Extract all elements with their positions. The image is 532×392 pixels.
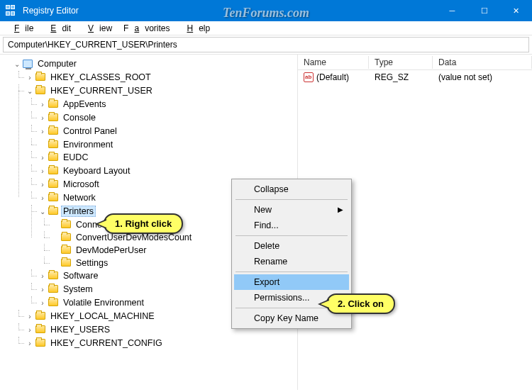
list-header: Name Type Data xyxy=(298,55,532,70)
tree-node[interactable]: System xyxy=(61,284,95,295)
tree-node[interactable]: Keyboard Layout xyxy=(61,165,133,177)
folder-icon xyxy=(48,271,58,279)
expander-icon[interactable]: › xyxy=(38,152,47,164)
expander-icon[interactable]: ⌄ xyxy=(26,85,34,98)
callout-2: 2. Click on xyxy=(326,293,395,314)
tree-node-hklm[interactable]: HKEY_LOCAL_MACHINE xyxy=(48,310,157,322)
folder-icon xyxy=(48,298,58,306)
menu-file[interactable]: File xyxy=(3,23,39,34)
tree-node[interactable]: Volatile Environment xyxy=(61,297,146,308)
close-button[interactable]: ✕ xyxy=(500,0,532,21)
folder-icon xyxy=(48,207,58,215)
callout-1: 1. Right click xyxy=(104,213,183,234)
folder-icon xyxy=(35,325,45,333)
tree-node-printers[interactable]: Printers xyxy=(61,206,96,217)
menu-find[interactable]: Find... xyxy=(234,218,349,233)
expander-icon[interactable]: › xyxy=(38,165,47,178)
folder-icon xyxy=(61,259,71,267)
value-type: REG_SZ xyxy=(369,71,433,84)
folder-icon xyxy=(48,167,58,174)
expander-icon[interactable]: › xyxy=(38,270,47,283)
minimize-button[interactable]: ─ xyxy=(436,0,468,21)
tree-node[interactable]: Settings xyxy=(74,257,110,269)
tree-node[interactable]: Network xyxy=(61,192,98,203)
tree-node[interactable]: Control Panel xyxy=(61,125,119,137)
tree-node-hkcr[interactable]: HKEY_CLASSES_ROOT xyxy=(48,72,153,83)
folder-icon xyxy=(61,233,71,241)
tree-node[interactable]: EUDC xyxy=(61,152,90,163)
menu-favorites[interactable]: Favorites xyxy=(118,23,175,34)
app-icon xyxy=(6,5,17,16)
tree-node[interactable]: Software xyxy=(61,270,100,281)
tree-node[interactable]: AppEvents xyxy=(61,99,108,110)
folder-icon xyxy=(48,285,58,293)
expander-icon[interactable]: ⌄ xyxy=(13,58,21,71)
col-type[interactable]: Type xyxy=(369,56,433,69)
folder-icon xyxy=(35,339,45,347)
value-name: (Default) xyxy=(316,72,349,82)
menu-bar: File Edit View Favorites Help xyxy=(0,21,532,35)
folder-icon xyxy=(35,312,45,320)
menu-help[interactable]: Help xyxy=(175,23,216,34)
submenu-arrow-icon: ▶ xyxy=(338,206,343,213)
computer-icon xyxy=(23,60,33,68)
menu-new[interactable]: New▶ xyxy=(234,202,349,218)
expander-icon[interactable]: › xyxy=(38,112,47,125)
col-data[interactable]: Data xyxy=(433,56,532,69)
reg-sz-icon xyxy=(304,72,314,82)
folder-icon xyxy=(35,73,45,81)
folder-icon xyxy=(48,153,58,161)
menu-separator xyxy=(235,271,348,272)
menu-export[interactable]: Export xyxy=(234,274,349,290)
tree-node[interactable]: Environment xyxy=(61,139,115,150)
tree-node[interactable]: DevModePerUser xyxy=(74,245,148,256)
folder-icon xyxy=(48,113,58,121)
menu-separator xyxy=(235,235,348,236)
folder-icon xyxy=(61,246,71,254)
folder-icon xyxy=(35,86,45,94)
menu-separator xyxy=(235,199,348,200)
expander-icon[interactable]: › xyxy=(38,99,47,111)
menu-collapse[interactable]: Collapse xyxy=(234,181,349,197)
expander-icon[interactable]: ⌄ xyxy=(38,206,47,218)
folder-icon xyxy=(48,140,58,148)
value-data: (value not set) xyxy=(433,71,532,84)
expander-icon[interactable]: › xyxy=(38,125,47,138)
expander-icon[interactable]: › xyxy=(38,192,47,205)
window-title: Registry Editor xyxy=(23,6,436,16)
folder-icon xyxy=(48,180,58,188)
title-bar: Registry Editor ─ ☐ ✕ xyxy=(0,0,532,21)
menu-rename[interactable]: Rename xyxy=(234,254,349,269)
menu-delete[interactable]: Delete xyxy=(234,238,349,254)
expander-icon[interactable]: › xyxy=(26,337,34,350)
folder-icon xyxy=(48,194,58,201)
address-path: Computer\HKEY_CURRENT_USER\Printers xyxy=(8,40,177,50)
expander-icon[interactable]: › xyxy=(26,324,34,337)
expander-icon[interactable]: › xyxy=(26,72,34,84)
menu-view[interactable]: View xyxy=(77,23,118,34)
expander-icon[interactable]: › xyxy=(38,297,47,310)
tree-node[interactable]: Microsoft xyxy=(61,179,101,190)
maximize-button[interactable]: ☐ xyxy=(468,0,500,21)
expander-icon[interactable]: › xyxy=(26,310,34,323)
menu-edit[interactable]: Edit xyxy=(39,23,77,34)
tree-node-hkcu[interactable]: HKEY_CURRENT_USER xyxy=(48,85,155,96)
folder-icon xyxy=(61,220,71,228)
folder-icon xyxy=(48,127,58,135)
tree-node-computer[interactable]: Computer xyxy=(35,58,79,69)
list-row[interactable]: (Default) REG_SZ (value not set) xyxy=(298,70,532,84)
col-name[interactable]: Name xyxy=(298,56,369,69)
folder-icon xyxy=(48,100,58,108)
tree-node[interactable]: Console xyxy=(61,112,98,123)
address-bar[interactable]: Computer\HKEY_CURRENT_USER\Printers xyxy=(3,37,529,52)
expander-icon[interactable]: › xyxy=(38,284,47,296)
tree-node-hku[interactable]: HKEY_USERS xyxy=(48,324,112,335)
tree-node-hkcc[interactable]: HKEY_CURRENT_CONFIG xyxy=(48,337,165,349)
expander-icon[interactable]: › xyxy=(38,179,47,191)
